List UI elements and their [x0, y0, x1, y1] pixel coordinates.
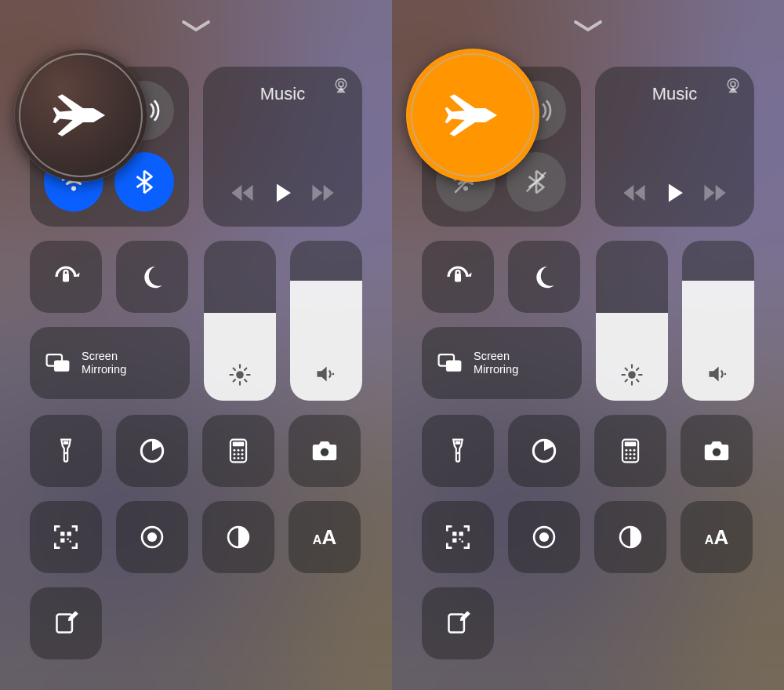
screen-mirroring-label: Screen Mirroring — [474, 350, 518, 377]
media-panel[interactable]: Music — [595, 67, 754, 227]
brightness-slider[interactable] — [204, 241, 276, 401]
volume-slider[interactable] — [682, 241, 754, 401]
airplane-mode-magnified[interactable] — [14, 49, 147, 182]
screen-record-button[interactable] — [508, 501, 580, 573]
previous-track-button[interactable] — [621, 180, 648, 209]
screen-mirroring-button[interactable]: Screen Mirroring — [422, 327, 582, 399]
calculator-button[interactable] — [594, 415, 666, 487]
flashlight-button[interactable] — [30, 415, 102, 487]
camera-button[interactable] — [289, 415, 361, 487]
previous-track-button[interactable] — [229, 180, 256, 209]
control-center-screenshot-left: Music Scre — [0, 0, 392, 690]
control-center-screenshot-right: Music Scre — [392, 0, 784, 690]
calculator-button[interactable] — [202, 415, 274, 487]
flashlight-button[interactable] — [422, 415, 494, 487]
qr-scanner-button[interactable] — [422, 501, 494, 573]
orientation-lock-toggle[interactable] — [422, 241, 494, 313]
orientation-lock-toggle[interactable] — [30, 241, 102, 313]
do-not-disturb-toggle[interactable] — [508, 241, 580, 313]
notes-button[interactable] — [30, 587, 102, 659]
media-panel[interactable]: Music — [203, 67, 362, 227]
dark-mode-button[interactable] — [202, 501, 274, 573]
media-title: Music — [219, 84, 347, 104]
qr-scanner-button[interactable] — [30, 501, 102, 573]
dismiss-chevron-icon[interactable] — [572, 19, 604, 34]
play-button[interactable] — [662, 180, 687, 209]
do-not-disturb-toggle[interactable] — [116, 241, 188, 313]
volume-slider[interactable] — [290, 241, 362, 401]
airplay-icon[interactable] — [331, 76, 351, 101]
play-button[interactable] — [270, 180, 295, 209]
timer-button[interactable] — [508, 415, 580, 487]
media-title: Music — [611, 84, 739, 104]
text-size-button[interactable]: AAAA — [289, 501, 361, 573]
airplay-icon[interactable] — [723, 76, 743, 101]
screen-mirroring-button[interactable]: Screen Mirroring — [30, 327, 190, 399]
camera-button[interactable] — [681, 415, 753, 487]
timer-button[interactable] — [116, 415, 188, 487]
screen-record-button[interactable] — [116, 501, 188, 573]
brightness-slider[interactable] — [596, 241, 668, 401]
screen-mirroring-label: Screen Mirroring — [82, 350, 126, 377]
text-size-button[interactable]: AA — [681, 501, 753, 573]
next-track-button[interactable] — [702, 180, 728, 209]
next-track-button[interactable] — [310, 180, 336, 209]
dark-mode-button[interactable] — [594, 501, 666, 573]
dismiss-chevron-icon[interactable] — [180, 19, 212, 34]
airplane-mode-magnified[interactable] — [406, 49, 539, 182]
notes-button[interactable] — [422, 587, 494, 659]
